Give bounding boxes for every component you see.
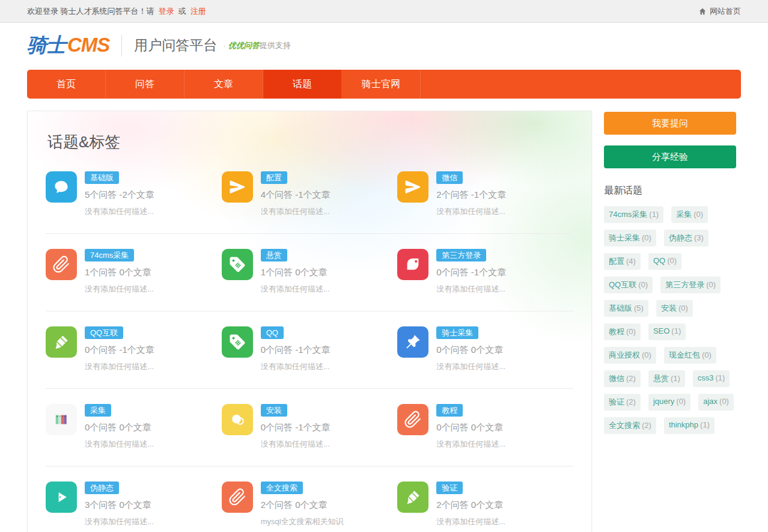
latest-topic-tag[interactable]: 全文搜索(2) — [604, 417, 656, 434]
latest-topic-tag[interactable]: QQ互联(0) — [604, 277, 653, 293]
topic-item[interactable]: 骑士采集0个问答 0个文章没有添加任何描述... — [397, 326, 573, 372]
topic-item[interactable]: 安装0个问答 -1个文章没有添加任何描述... — [222, 404, 398, 450]
topic-name-badge[interactable]: 74cms采集 — [85, 249, 134, 261]
latest-topic-tag[interactable]: 商业授权(0) — [604, 347, 656, 364]
topic-body: 配置4个问答 -1个文章没有添加任何描述... — [261, 171, 331, 217]
tag-name: ajax — [703, 397, 718, 406]
latest-topic-tag[interactable]: 骑士采集(0) — [604, 230, 656, 246]
topic-name-badge[interactable]: QQ — [261, 326, 284, 339]
topic-item[interactable]: 微信2个问答 -1个文章没有添加任何描述... — [397, 171, 573, 217]
latest-topic-tag[interactable]: 现金红包(0) — [664, 347, 716, 364]
powered-brand: 优优问答 — [228, 41, 260, 50]
topic-item[interactable]: 悬赏1个问答 0个文章没有添加任何描述... — [222, 249, 398, 295]
tag-count: (0) — [719, 397, 729, 406]
topic-body: 验证2个问答 0个文章没有添加任何描述... — [436, 482, 505, 527]
latest-topic-tag[interactable]: QQ(0) — [648, 253, 681, 270]
powered-by: ·优优问答提供支持 — [223, 40, 290, 51]
topic-body: 安装0个问答 -1个文章没有添加任何描述... — [261, 404, 331, 450]
topic-item[interactable]: QQ互联0个问答 -1个文章没有添加任何描述... — [46, 326, 222, 372]
register-link[interactable]: 注册 — [190, 6, 206, 17]
nav-item-4[interactable]: 骑士官网 — [342, 70, 421, 99]
tag-count: (0) — [678, 304, 688, 313]
latest-topic-tag[interactable]: 教程(0) — [604, 323, 641, 340]
topic-name-badge[interactable]: 伪静态 — [85, 482, 119, 494]
topic-name-badge[interactable]: 采集 — [85, 404, 111, 417]
latest-topic-tag[interactable]: 基础版(5) — [604, 300, 648, 317]
topic-item[interactable]: 教程0个问答 0个文章没有添加任何描述... — [397, 404, 573, 450]
topic-item[interactable]: 伪静态3个问答 0个文章没有添加任何描述... — [46, 482, 222, 527]
content-area: 话题&标签 基础版5个问答 -2个文章没有添加任何描述...配置4个问答 -1个… — [0, 111, 768, 532]
topic-stats: 5个问答 -2个文章 — [85, 189, 154, 201]
tag-name: 验证 — [609, 397, 624, 406]
topic-name-badge[interactable]: 配置 — [261, 171, 287, 184]
topic-name-badge[interactable]: 教程 — [436, 404, 463, 417]
topic-stats: 0个问答 -1个文章 — [436, 267, 506, 278]
topic-name-badge[interactable]: 骑士采集 — [436, 326, 478, 339]
topic-item[interactable]: 第三方登录0个问答 -1个文章没有添加任何描述... — [397, 249, 573, 295]
topic-name-badge[interactable]: QQ互联 — [85, 326, 123, 339]
topic-item[interactable]: 全文搜索2个问答 0个文章mysql全文搜索相关知识 — [222, 482, 398, 527]
ask-question-button[interactable]: 我要提问 — [604, 112, 736, 135]
topic-stats: 1个问答 0个文章 — [261, 267, 330, 278]
tag-count: (1) — [671, 326, 681, 335]
latest-topic-tag[interactable]: 伪静态(3) — [664, 230, 709, 246]
topic-body: 教程0个问答 0个文章没有添加任何描述... — [436, 404, 505, 450]
tag-count: (0) — [702, 350, 712, 359]
latest-topic-tag[interactable]: 采集(0) — [671, 206, 708, 223]
topic-stats: 0个问答 -1个文章 — [261, 344, 331, 356]
chat-bubble-icon — [46, 171, 77, 203]
tag-count: (5) — [634, 304, 644, 313]
nav-item-3[interactable]: 话题 — [263, 70, 342, 99]
latest-topic-tag[interactable]: 配置(4) — [604, 253, 641, 270]
topic-item[interactable]: 采集0个问答 0个文章没有添加任何描述... — [46, 404, 222, 450]
tag-count: (2) — [642, 421, 651, 430]
tag-count: (0) — [667, 256, 677, 265]
topic-name-badge[interactable]: 安装 — [261, 404, 287, 417]
topic-name-badge[interactable]: 第三方登录 — [436, 249, 486, 261]
latest-topic-tag[interactable]: 安装(0) — [656, 300, 693, 317]
topic-item[interactable]: QQ0个问答 -1个文章没有添加任何描述... — [222, 326, 398, 372]
topic-description: 没有添加任何描述... — [85, 361, 154, 372]
latest-topic-tag[interactable]: 微信(2) — [604, 370, 641, 387]
topic-body: 微信2个问答 -1个文章没有添加任何描述... — [436, 171, 506, 217]
login-link[interactable]: 登录 — [159, 6, 174, 17]
latest-topic-tag[interactable]: jquery(0) — [648, 394, 690, 411]
latest-topic-tag[interactable]: 悬赏(1) — [648, 370, 685, 387]
topic-body: QQ0个问答 -1个文章没有添加任何描述... — [261, 326, 331, 372]
topic-item[interactable]: 基础版5个问答 -2个文章没有添加任何描述... — [46, 171, 222, 217]
topic-description: 没有添加任何描述... — [261, 284, 330, 295]
latest-topic-tag[interactable]: thinkphp(1) — [664, 417, 715, 434]
or-text: 或 — [178, 6, 186, 17]
topic-stats: 0个问答 -1个文章 — [261, 422, 331, 433]
tag-name: css3 — [698, 373, 714, 382]
nav-item-2[interactable]: 文章 — [184, 70, 263, 99]
topic-description: 没有添加任何描述... — [436, 516, 505, 527]
topic-item[interactable]: 验证2个问答 0个文章没有添加任何描述... — [397, 482, 573, 527]
latest-topic-tag[interactable]: ajax(0) — [698, 394, 734, 411]
topic-name-badge[interactable]: 微信 — [436, 171, 463, 184]
latest-topic-tag[interactable]: css3(1) — [693, 370, 730, 387]
topic-name-badge[interactable]: 悬赏 — [261, 249, 287, 261]
tag-name: 微信 — [609, 374, 624, 383]
topic-name-badge[interactable]: 全文搜索 — [261, 482, 303, 494]
latest-topic-tag[interactable]: 验证(2) — [604, 394, 641, 411]
site-logo[interactable]: 骑士CMS — [27, 32, 109, 59]
topic-description: 没有添加任何描述... — [261, 206, 331, 217]
nav-item-0[interactable]: 首页 — [27, 70, 106, 99]
page-subtitle: 用户问答平台 — [134, 36, 217, 55]
latest-topic-tag[interactable]: SEO(1) — [648, 323, 686, 340]
topic-stats: 2个问答 0个文章 — [261, 500, 344, 511]
topic-description: 没有添加任何描述... — [261, 361, 331, 372]
topic-stats: 4个问答 -1个文章 — [261, 189, 331, 201]
latest-topic-tag[interactable]: 第三方登录(0) — [660, 277, 721, 293]
site-home-link[interactable]: 网站首页 — [698, 6, 741, 17]
topic-description: 没有添加任何描述... — [436, 361, 505, 372]
topic-item[interactable]: 74cms采集1个问答 0个文章没有添加任何描述... — [46, 249, 222, 295]
latest-topic-tag[interactable]: 74cms采集(1) — [604, 206, 663, 223]
topic-name-badge[interactable]: 基础版 — [85, 171, 119, 184]
share-experience-button[interactable]: 分享经验 — [604, 145, 736, 168]
topic-name-badge[interactable]: 验证 — [436, 482, 463, 494]
nav-item-1[interactable]: 问答 — [106, 70, 184, 99]
tag-name: thinkphp — [669, 420, 698, 429]
topic-item[interactable]: 配置4个问答 -1个文章没有添加任何描述... — [222, 171, 398, 217]
